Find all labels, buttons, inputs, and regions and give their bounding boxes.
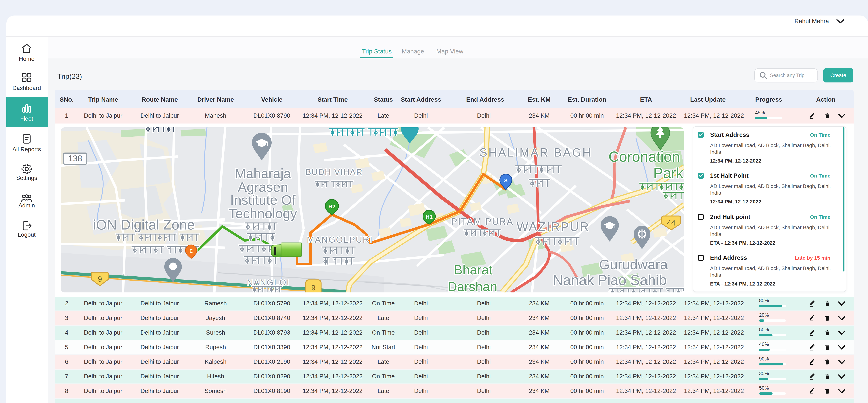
svg-text:iON Digital Zone: iON Digital Zone (93, 217, 195, 232)
svg-text:Coronation: Coronation (609, 148, 680, 165)
svg-text:S: S (504, 178, 508, 183)
svg-text:44: 44 (667, 219, 676, 227)
svg-text:H1: H1 (426, 214, 433, 220)
svg-text:MANGOLPURI: MANGOLPURI (307, 235, 373, 244)
svg-text:Bharat: Bharat (454, 263, 493, 277)
svg-text:E: E (189, 248, 193, 254)
svg-text:Darshan: Darshan (447, 279, 497, 293)
svg-text:Technology: Technology (229, 206, 297, 221)
svg-text:BUDH VIHAR: BUDH VIHAR (305, 167, 363, 177)
svg-text:Maharaja: Maharaja (235, 166, 291, 181)
svg-text:H2: H2 (329, 203, 335, 209)
svg-text:Park: Park (653, 165, 683, 181)
svg-text:WAZIRPUR: WAZIRPUR (517, 220, 590, 234)
svg-text:9: 9 (311, 283, 315, 292)
svg-text:SHALIMAR BAGH: SHALIMAR BAGH (479, 146, 592, 159)
svg-text:Gurudwara: Gurudwara (599, 257, 668, 272)
svg-text:Nanak Piao Sahib: Nanak Piao Sahib (553, 272, 666, 288)
svg-text:9: 9 (98, 275, 102, 283)
svg-text:Institute Of: Institute Of (230, 193, 296, 208)
svg-text:PITAM PURA: PITAM PURA (451, 216, 514, 227)
svg-text:138: 138 (68, 154, 82, 163)
